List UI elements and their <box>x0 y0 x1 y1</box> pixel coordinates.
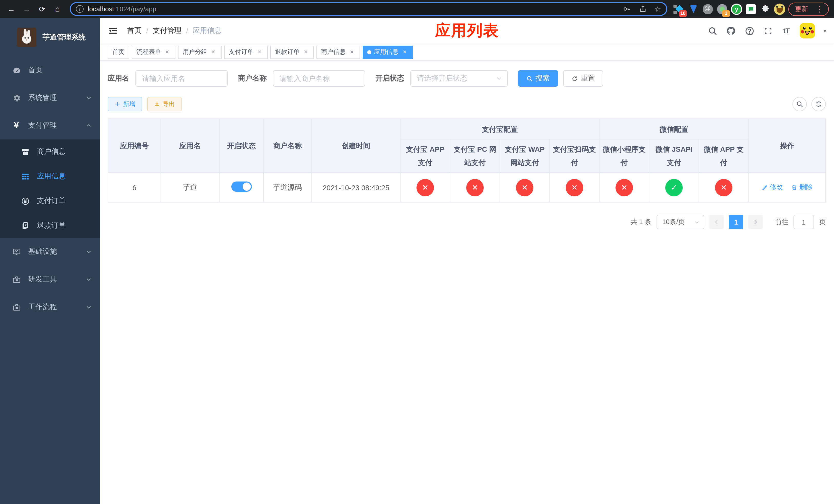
sidebar-item-label: 研发工具 <box>28 275 86 284</box>
url-path: :1024/pay/app <box>114 5 156 13</box>
update-label: 更新 <box>795 4 808 14</box>
browser-reload-icon[interactable]: ⟳ <box>36 3 48 15</box>
browser-update-button[interactable]: 更新 ⋮ <box>788 2 829 16</box>
password-key-icon[interactable] <box>621 4 632 14</box>
close-icon[interactable]: ✕ <box>302 48 309 55</box>
ext-recorder-icon[interactable]: 1 <box>717 3 728 15</box>
channel-status-wx-app[interactable]: ✕ <box>715 179 732 196</box>
breadcrumb-payment[interactable]: 支付管理 <box>153 26 181 36</box>
tab-process-form[interactable]: 流程表单✕ <box>132 45 175 59</box>
address-bar[interactable]: i localhost:1024/pay/app ☆ <box>70 2 667 16</box>
row-status-toggle[interactable] <box>231 182 251 192</box>
sidebar-item-home[interactable]: 首页 <box>0 56 100 84</box>
breadcrumb: 首页 / 支付管理 / 应用信息 <box>127 26 222 36</box>
browser-menu-dots-icon[interactable]: ⋮ <box>812 4 826 14</box>
col-merchant: 商户名称 <box>263 119 312 173</box>
browser-profile-avatar[interactable] <box>774 3 785 15</box>
tab-app-info-active[interactable]: 应用信息✕ <box>363 45 413 59</box>
sidebar-item-pay-order[interactable]: 支付订单 <box>0 189 100 213</box>
bookmark-star-icon[interactable]: ☆ <box>654 4 661 14</box>
url-host: localhost <box>88 5 114 13</box>
status-select[interactable]: 请选择开启状态 <box>410 70 508 87</box>
channel-status-alipay-wap[interactable]: ✕ <box>516 179 533 196</box>
page-number-current[interactable]: 1 <box>729 215 743 229</box>
fullscreen-icon[interactable] <box>763 26 773 36</box>
sidebar-item-devtools[interactable]: 研发工具 <box>0 266 100 293</box>
sidebar-item-workflow[interactable]: 工作流程 <box>0 293 100 321</box>
reset-button[interactable]: 重置 <box>563 70 603 87</box>
browser-home-icon[interactable]: ⌂ <box>51 3 64 15</box>
channel-status-alipay-pc[interactable]: ✕ <box>466 179 484 196</box>
close-icon[interactable]: ✕ <box>210 48 217 55</box>
search-icon[interactable] <box>707 26 718 36</box>
url-text[interactable]: localhost:1024/pay/app <box>88 5 617 13</box>
col-app-name: 应用名 <box>161 119 219 173</box>
browser-forward-icon[interactable]: → <box>21 3 33 15</box>
channel-status-wx-lite[interactable]: ✕ <box>615 179 633 196</box>
extensions-puzzle-icon[interactable] <box>760 3 771 15</box>
page-size-select[interactable]: 10条/页 <box>657 215 704 229</box>
sidebar-fold-icon[interactable] <box>108 25 119 37</box>
close-icon[interactable]: ✕ <box>401 48 408 55</box>
export-button[interactable]: 导出 <box>147 97 181 111</box>
breadcrumb-home[interactable]: 首页 <box>127 26 141 36</box>
ext-y-icon[interactable]: y <box>731 3 742 15</box>
refresh-table-button[interactable] <box>811 97 826 111</box>
tab-user-group[interactable]: 用户分组✕ <box>178 45 222 59</box>
ext-command-icon[interactable]: ⌘ <box>702 3 714 15</box>
search-button[interactable]: 搜索 <box>518 70 558 87</box>
delete-button[interactable]: 删除 <box>791 183 813 192</box>
close-icon[interactable]: ✕ <box>348 48 355 55</box>
sidebar-item-refund-order[interactable]: 退款订单 <box>0 213 100 238</box>
channel-status-alipay-qr[interactable]: ✕ <box>566 179 583 196</box>
sidebar-item-merchant-info[interactable]: 商户信息 <box>0 139 100 164</box>
edit-button[interactable]: 修改 <box>762 183 783 192</box>
sidebar-item-system[interactable]: 系统管理 <box>0 84 100 112</box>
show-search-button[interactable] <box>792 97 807 111</box>
ext-kite-icon[interactable] <box>688 3 699 15</box>
share-icon[interactable] <box>638 4 648 14</box>
user-avatar[interactable] <box>800 23 815 39</box>
sidebar-item-infra[interactable]: 基础设施 <box>0 238 100 266</box>
close-icon[interactable]: ✕ <box>163 48 171 55</box>
yen-icon: ¥ <box>12 121 21 130</box>
sidebar-item-label: 首页 <box>28 66 92 75</box>
channel-status-wx-jsapi[interactable]: ✓ <box>665 179 683 196</box>
sidebar-item-app-info[interactable]: 应用信息 <box>0 164 100 189</box>
github-icon[interactable] <box>726 26 736 36</box>
browser-back-icon[interactable]: ← <box>5 3 18 15</box>
cell-app-id: 6 <box>108 173 161 202</box>
payment-submenu: 商户信息 应用信息 支付订单 <box>0 139 100 238</box>
app-title: 芋道管理系统 <box>43 32 86 42</box>
channel-status-alipay-app[interactable]: ✕ <box>416 179 434 196</box>
close-icon[interactable]: ✕ <box>256 48 263 55</box>
sidebar-item-payment[interactable]: ¥ 支付管理 <box>0 112 100 139</box>
col-status: 开启状态 <box>219 119 263 173</box>
sidebar: 芋道管理系统 首页 系统管理 ¥ 支付管理 <box>0 18 100 504</box>
site-info-icon[interactable]: i <box>76 5 84 13</box>
merchant-name-input[interactable] <box>273 70 365 87</box>
goto-prefix: 前往 <box>775 217 788 227</box>
screen: ← → ⟳ ⌂ i localhost:1024/pay/app ☆ 10 ⌘ <box>0 0 834 504</box>
logo-image <box>17 27 37 47</box>
next-page-button[interactable] <box>748 215 763 229</box>
page-title: 应用列表 <box>435 20 499 41</box>
help-icon[interactable] <box>745 26 755 36</box>
goto-page-input[interactable] <box>793 215 814 229</box>
caret-down-icon[interactable]: ▾ <box>824 27 826 34</box>
tab-home[interactable]: 首页 <box>108 45 129 59</box>
tab-pay-order[interactable]: 支付订单✕ <box>224 45 268 59</box>
font-size-icon[interactable]: tT <box>782 26 792 36</box>
sidebar-item-label: 支付订单 <box>37 197 92 206</box>
tab-refund-order[interactable]: 退款订单✕ <box>270 45 314 59</box>
filter-form: 应用名 商户名称 开启状态 请选择开启状态 搜索 重置 <box>108 70 826 87</box>
add-button[interactable]: 新增 <box>108 97 142 111</box>
ext-diamond-icon[interactable]: 10 <box>674 3 685 15</box>
sidebar-logo[interactable]: 芋道管理系统 <box>0 18 100 56</box>
tab-merchant-info[interactable]: 商户信息✕ <box>316 45 360 59</box>
prev-page-button[interactable] <box>709 215 724 229</box>
sidebar-item-label: 商户信息 <box>37 147 92 156</box>
ext-chat-icon[interactable] <box>745 3 756 15</box>
app-name-input[interactable] <box>135 70 228 87</box>
plus-icon <box>114 101 120 107</box>
